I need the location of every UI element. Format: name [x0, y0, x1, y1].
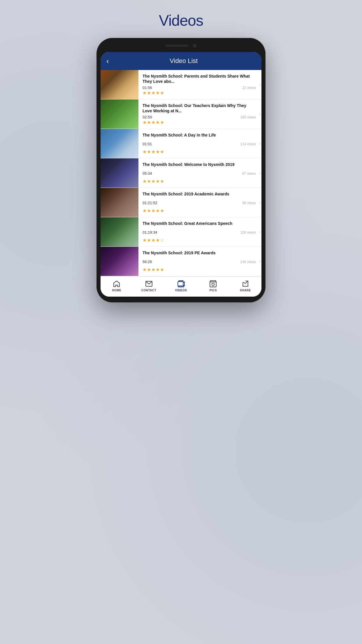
- header-title: Video List: [112, 57, 256, 65]
- video-info-5: The Nysmith School: 2019 Academic Awards…: [138, 188, 259, 217]
- video-info-3: The Nysmith School: A Day in the Life 01…: [138, 129, 259, 158]
- svg-rect-4: [210, 282, 217, 287]
- video-thumbnail-3: [101, 129, 138, 158]
- video-chevron-7: ›: [259, 259, 261, 264]
- video-title-1: The Nysmith School: Parents and Students…: [143, 74, 256, 84]
- video-stars-3: ★★★★★: [143, 149, 256, 155]
- nav-label-share: SHARE: [240, 289, 251, 292]
- video-item-3[interactable]: The Nysmith School: A Day in the Life 01…: [101, 129, 261, 158]
- thumbnail-overlay: [101, 256, 138, 276]
- video-title-6: The Nysmith School: Great Americans Spee…: [143, 221, 256, 226]
- video-meta-7: 56:26 140 views: [143, 260, 256, 264]
- video-item-1[interactable]: The Nysmith School: Parents and Students…: [101, 70, 261, 99]
- nav-label-contact: CONTACT: [141, 289, 157, 292]
- home-icon: [113, 280, 120, 288]
- video-chevron-1: ›: [259, 82, 261, 87]
- phone-screen: ‹ Video List The Nysmith School: Parents…: [101, 52, 261, 297]
- video-meta-2: 02:50 185 views: [143, 115, 256, 119]
- video-duration-3: 01:01: [143, 142, 152, 146]
- video-item-5[interactable]: The Nysmith School: 2019 Academic Awards…: [101, 188, 261, 217]
- video-info-1: The Nysmith School: Parents and Students…: [138, 70, 259, 99]
- video-info-7: The Nysmith School: 2019 PE Awards 56:26…: [138, 247, 259, 276]
- video-views-6: 106 views: [240, 230, 256, 235]
- video-meta-3: 01:01 114 views: [143, 142, 256, 146]
- thumbnail-overlay: [101, 197, 138, 217]
- nav-label-home: HOME: [112, 289, 121, 292]
- video-thumbnail-7: [101, 247, 138, 276]
- nav-item-home[interactable]: HOME: [101, 279, 133, 293]
- video-info-6: The Nysmith School: Great Americans Spee…: [138, 217, 259, 246]
- svg-rect-2: [179, 281, 183, 281]
- video-stars-1: ★★★★★: [143, 90, 256, 96]
- video-title-4: The Nysmith School: Welcome to Nysmith 2…: [143, 162, 256, 167]
- svg-point-5: [212, 283, 215, 286]
- nav-item-videos[interactable]: VIDEOS: [165, 279, 197, 293]
- svg-rect-1: [178, 281, 183, 286]
- video-duration-4: 05:34: [143, 171, 152, 176]
- contact-icon: [145, 280, 153, 288]
- video-thumbnail-4: [101, 158, 138, 188]
- share-icon: [242, 280, 249, 288]
- video-stars-6: ★★★★☆: [143, 237, 256, 243]
- video-thumbnail-1: [101, 70, 138, 99]
- video-stars-7: ★★★★★: [143, 267, 256, 272]
- video-views-5: 98 views: [242, 201, 256, 205]
- svg-rect-3: [178, 286, 184, 287]
- thumbnail-overlay: [101, 226, 138, 246]
- nav-item-contact[interactable]: CONTACT: [133, 279, 165, 293]
- video-title-7: The Nysmith School: 2019 PE Awards: [143, 250, 256, 256]
- video-chevron-6: ›: [259, 229, 261, 235]
- front-camera: [193, 44, 197, 48]
- video-thumbnail-6: [101, 217, 138, 246]
- video-duration-1: 01:56: [143, 85, 152, 90]
- video-views-7: 140 views: [240, 260, 256, 264]
- video-stars-2: ★★★★★: [143, 120, 256, 125]
- video-list: The Nysmith School: Parents and Students…: [101, 70, 261, 276]
- video-chevron-5: ›: [259, 200, 261, 205]
- thumbnail-overlay: [101, 167, 138, 188]
- video-title-3: The Nysmith School: A Day in the Life: [143, 132, 256, 138]
- pics-icon: [209, 280, 217, 288]
- video-stars-4: ★★★★★: [143, 178, 256, 184]
- thumbnail-overlay: [101, 79, 138, 99]
- video-meta-6: 01:19:34 106 views: [143, 230, 256, 235]
- video-meta-5: 01:21:52 98 views: [143, 201, 256, 205]
- video-duration-6: 01:19:34: [143, 230, 157, 235]
- video-chevron-4: ›: [259, 170, 261, 176]
- nav-label-pics: PICS: [210, 289, 217, 292]
- video-views-2: 185 views: [240, 115, 256, 119]
- video-title-2: The Nysmith School: Our Teachers Explain…: [143, 103, 256, 113]
- thumbnail-overlay: [101, 108, 138, 129]
- nav-item-pics[interactable]: PICS: [197, 279, 229, 293]
- back-button[interactable]: ‹: [106, 57, 109, 65]
- video-thumbnail-2: [101, 99, 138, 129]
- video-item-2[interactable]: The Nysmith School: Our Teachers Explain…: [101, 99, 261, 129]
- video-title-5: The Nysmith School: 2019 Academic Awards: [143, 191, 256, 197]
- video-chevron-3: ›: [259, 141, 261, 146]
- video-info-4: The Nysmith School: Welcome to Nysmith 2…: [138, 158, 259, 188]
- video-views-1: 22 views: [242, 86, 256, 90]
- video-item-7[interactable]: The Nysmith School: 2019 PE Awards 56:26…: [101, 247, 261, 276]
- video-views-4: 87 views: [242, 172, 256, 176]
- nav-label-videos: VIDEOS: [175, 289, 187, 292]
- video-chevron-2: ›: [259, 111, 261, 117]
- video-thumbnail-5: [101, 188, 138, 217]
- video-duration-7: 56:26: [143, 260, 152, 264]
- videos-icon: [177, 280, 185, 288]
- video-stars-5: ★★★★★: [143, 208, 256, 214]
- phone-frame: ‹ Video List The Nysmith School: Parents…: [96, 38, 266, 302]
- video-views-3: 114 views: [240, 142, 256, 146]
- phone-top-bar: [101, 44, 261, 48]
- video-item-4[interactable]: The Nysmith School: Welcome to Nysmith 2…: [101, 158, 261, 188]
- header-bar: ‹ Video List: [101, 52, 261, 70]
- video-info-2: The Nysmith School: Our Teachers Explain…: [138, 99, 259, 129]
- bottom-nav: HOME CONTACT VIDEOS: [101, 276, 261, 297]
- nav-item-share[interactable]: SHARE: [229, 279, 261, 293]
- video-item-6[interactable]: The Nysmith School: Great Americans Spee…: [101, 217, 261, 247]
- video-duration-2: 02:50: [143, 115, 152, 119]
- video-meta-4: 05:34 87 views: [143, 171, 256, 176]
- thumbnail-overlay: [101, 138, 138, 158]
- video-duration-5: 01:21:52: [143, 201, 157, 205]
- page-title: Videos: [159, 12, 203, 29]
- video-meta-1: 01:56 22 views: [143, 85, 256, 90]
